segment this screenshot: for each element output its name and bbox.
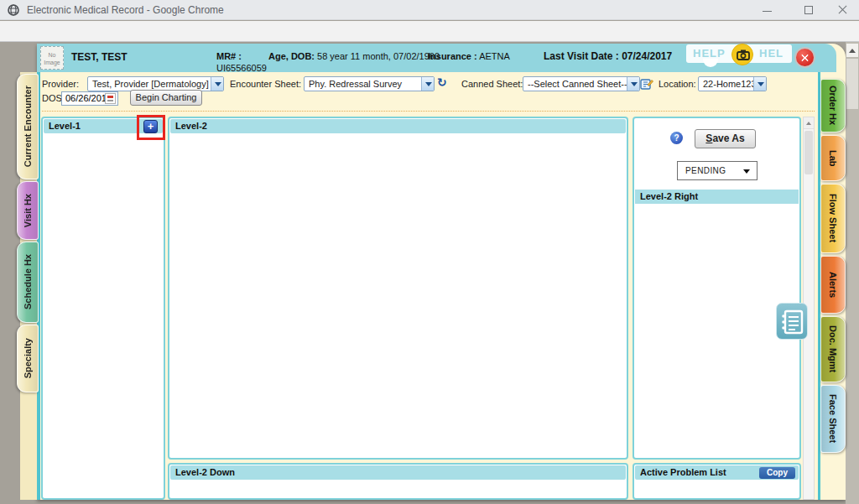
edit-canned-sheet-icon[interactable]	[640, 77, 653, 91]
tab-lab[interactable]: Lab	[820, 135, 846, 181]
canned-sheet-select[interactable]: --Select Canned Sheet--	[523, 76, 640, 91]
level1-panel: Level-1	[41, 117, 165, 500]
tab-label: Doc. Mgmt	[828, 325, 838, 372]
tab-label: Alerts	[828, 272, 838, 298]
help-label-partial[interactable]: HEL	[759, 47, 784, 60]
tab-label: Visit Hx	[23, 194, 33, 227]
screenshot-root: Electronic Medical Record - Google Chrom…	[0, 0, 859, 504]
copy-button[interactable]: Copy	[759, 467, 795, 479]
tab-schedule-hx[interactable]: Schedule Hx	[17, 242, 39, 323]
tab-label: Schedule Hx	[23, 254, 33, 309]
chevron-down-icon	[627, 77, 639, 91]
maximize-button[interactable]	[795, 0, 824, 20]
window-close-button[interactable]	[829, 0, 857, 20]
window-title: Electronic Medical Record - Google Chrom…	[27, 4, 224, 16]
tab-label: Order Hx	[828, 86, 838, 125]
insurance-value: AETNA	[479, 51, 510, 61]
chrome-titlebar: Electronic Medical Record - Google Chrom…	[0, 0, 859, 20]
refresh-icon[interactable]: ↻	[437, 75, 447, 89]
scroll-up-icon[interactable]	[804, 117, 814, 129]
calendar-icon[interactable]	[105, 93, 116, 104]
status-select[interactable]: PENDING	[677, 161, 757, 180]
active-problem-list-panel: Active Problem List Copy	[633, 463, 801, 500]
tab-doc-mgmt[interactable]: Doc. Mgmt	[820, 316, 846, 382]
chrome-addressbar[interactable]	[0, 21, 859, 42]
mr-label: MR# :	[216, 51, 242, 61]
age-dob-value: 58 year 11 month, 07/02/1960	[317, 51, 440, 61]
provider-label: Provider:	[42, 79, 79, 89]
location-select[interactable]: 22-Home1234	[698, 76, 767, 91]
level2-panel: Level-2	[168, 117, 628, 460]
begin-charting-button[interactable]: Begin Charting	[130, 90, 202, 106]
tab-label: Flow Sheet	[828, 194, 838, 242]
last-visit-value: 07/24/2017	[622, 50, 672, 62]
tab-order-hx[interactable]: Order Hx	[820, 79, 846, 132]
level2-down-panel: Level-2 Down	[168, 463, 628, 500]
tab-specialty[interactable]: Specialty	[17, 325, 39, 392]
globe-icon	[8, 4, 19, 16]
level2-right-panel: ? Save As PENDING Level-2 Right	[633, 117, 801, 460]
scrollbar-thumb[interactable]	[804, 131, 813, 174]
notes-float-icon[interactable]	[776, 303, 808, 340]
chevron-down-icon	[753, 77, 766, 91]
insurance-label: Insurance :	[428, 51, 477, 61]
tab-flow-sheet[interactable]: Flow Sheet	[820, 184, 846, 253]
scroll-up-icon[interactable]	[846, 44, 858, 57]
help-widget-bump	[703, 59, 718, 67]
patient-photo-placeholder: No Image	[40, 46, 64, 70]
page-scrollbar[interactable]	[846, 42, 859, 504]
scrollbar-thumb[interactable]	[846, 59, 858, 109]
emr-close-button[interactable]	[794, 47, 815, 68]
patient-name: TEST, TEST	[71, 51, 128, 63]
tab-alerts[interactable]: Alerts	[820, 256, 846, 314]
canned-sheet-label: Canned Sheet:	[461, 79, 523, 89]
tab-label: Current Encounter	[23, 86, 33, 167]
minimize-button[interactable]	[753, 0, 782, 20]
tab-label: Lab	[828, 150, 838, 167]
annotation-highlight-box	[137, 115, 165, 140]
help-label[interactable]: HELP	[693, 47, 726, 60]
last-visit-date: Last Visit Date : 07/24/2017	[544, 50, 672, 62]
toolbar-separator	[42, 111, 815, 112]
chevron-down-icon	[211, 77, 223, 91]
tab-label: Specialty	[23, 338, 33, 378]
save-as-button[interactable]: Save As	[695, 129, 756, 148]
level2-right-header: Level-2 Right	[635, 190, 799, 204]
camera-icon[interactable]	[731, 44, 753, 65]
mr-number: MR# : UI65566059	[216, 50, 267, 72]
insurance: Insurance : AETNA	[428, 51, 510, 61]
level2-header: Level-2	[170, 119, 626, 133]
tab-label: Face Sheet	[828, 394, 838, 443]
encounter-sheet-select[interactable]: Phy. Redressal Survey	[304, 76, 435, 91]
patient-header: No Image TEST, TEST MR# : UI65566059 Age…	[37, 44, 836, 72]
tab-visit-hx[interactable]: Visit Hx	[17, 181, 39, 240]
active-problem-list-header: Active Problem List Copy	[635, 465, 799, 480]
age-dob-label: Age, DOB:	[268, 51, 315, 61]
dos-label: DOS	[42, 93, 62, 103]
chevron-down-icon	[421, 77, 434, 91]
level2-down-header: Level-2 Down	[170, 465, 626, 480]
age-dob: Age, DOB: 58 year 11 month, 07/02/1960	[268, 51, 440, 61]
location-label: Location:	[659, 79, 696, 89]
tab-face-sheet[interactable]: Face Sheet	[820, 385, 846, 453]
help-question-icon[interactable]: ?	[670, 132, 683, 144]
mr-value: UI65566059	[216, 63, 267, 72]
tab-current-encounter[interactable]: Current Encounter	[17, 74, 39, 179]
encounter-sheet-label: Encounter Sheet:	[230, 79, 301, 89]
